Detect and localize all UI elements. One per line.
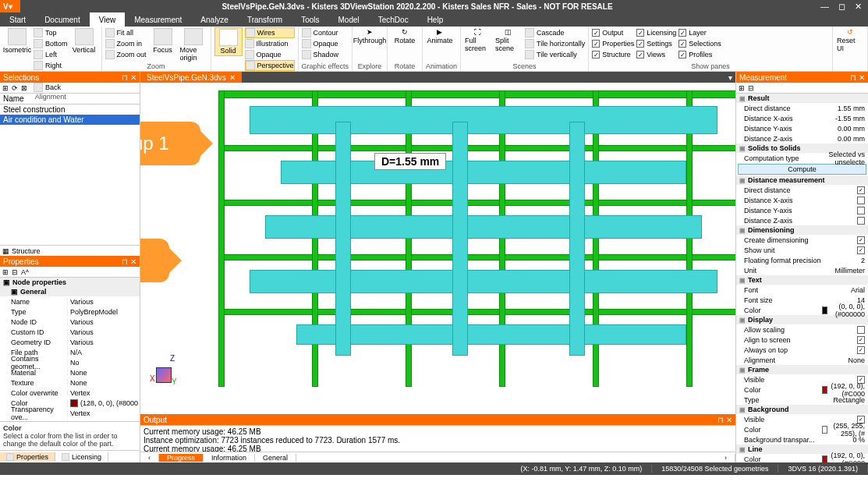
measurement-row[interactable]: Allow scaling bbox=[736, 324, 868, 335]
measurement-row[interactable]: AlignmentNone bbox=[736, 355, 868, 365]
scroll-right-icon[interactable]: › bbox=[717, 454, 735, 462]
dimension-label[interactable]: D=1.55 mm bbox=[374, 153, 446, 170]
rotate-button[interactable]: ↻Rotate bbox=[391, 27, 419, 45]
licensing-tab[interactable]: Licensing bbox=[55, 452, 108, 462]
menu-tab-model[interactable]: Model bbox=[328, 12, 368, 27]
measurement-row[interactable]: UnitMillimeter bbox=[736, 265, 868, 275]
general-tab[interactable]: General bbox=[255, 454, 296, 462]
opaque-button[interactable]: Opaque bbox=[245, 49, 295, 60]
maximize-button[interactable]: ◻ bbox=[838, 2, 845, 12]
menu-tab-tools[interactable]: Tools bbox=[292, 12, 328, 27]
measurement-row[interactable]: Show unit bbox=[736, 245, 868, 255]
information-tab[interactable]: Information bbox=[204, 454, 255, 462]
minimize-button[interactable]: — bbox=[820, 2, 829, 12]
bottom-button[interactable]: Bottom bbox=[34, 38, 68, 49]
wires-button[interactable]: Wires bbox=[245, 27, 295, 38]
expand-icon[interactable]: ⊞ bbox=[739, 84, 745, 92]
property-row[interactable]: TypePolyBrepModel bbox=[0, 307, 140, 317]
fit-all-button[interactable]: Fit all bbox=[105, 27, 147, 38]
menu-tab-techdoc[interactable]: TechDoc bbox=[369, 12, 418, 27]
pin-icon[interactable]: ⊓ bbox=[122, 257, 128, 266]
right-button[interactable]: Right bbox=[34, 60, 68, 71]
fullscreen-button[interactable]: ⛶Full screen bbox=[464, 27, 492, 53]
animate-button[interactable]: ▶Animate bbox=[426, 27, 454, 45]
property-row[interactable]: Contains geomet...No bbox=[0, 357, 140, 367]
scroll-left-icon[interactable]: ‹ bbox=[140, 454, 159, 462]
tile-horizontally-button[interactable]: Tile horizontally bbox=[525, 38, 585, 49]
app-menu-button[interactable]: V ▾ bbox=[0, 0, 20, 12]
measurement-row[interactable]: Color(0, 0, 0), (#000000 bbox=[736, 305, 868, 315]
top-button[interactable]: Top bbox=[34, 27, 68, 38]
close-button[interactable]: ✕ bbox=[855, 2, 862, 12]
property-row[interactable]: MaterialNone bbox=[0, 367, 140, 377]
pane-toggle-views[interactable]: Views bbox=[636, 49, 676, 60]
shadow-button[interactable]: Shadow bbox=[302, 49, 339, 60]
progress-tab[interactable]: Progress bbox=[159, 454, 204, 462]
reset-ui-button[interactable]: ↺Reset UI bbox=[836, 27, 864, 53]
zoom-out-button[interactable]: Zoom out bbox=[105, 49, 147, 60]
pane-toggle-profiles[interactable]: Profiles bbox=[678, 49, 721, 60]
measurement-row[interactable]: Direct distance1.55 mm bbox=[736, 103, 868, 113]
property-row[interactable]: TextureNone bbox=[0, 377, 140, 388]
move-origin-button[interactable]: Move origin bbox=[179, 27, 207, 62]
menu-tab-view[interactable]: View bbox=[90, 12, 126, 27]
property-row[interactable]: Geometry IDVarious bbox=[0, 337, 140, 347]
structure-tab[interactable]: ▦ Structure bbox=[0, 245, 140, 256]
expand-icon[interactable]: ⊞ bbox=[2, 268, 9, 276]
close-icon[interactable]: ✕ bbox=[726, 416, 732, 424]
collapse-icon[interactable]: ⊟ bbox=[12, 268, 18, 276]
measurement-row[interactable]: Distance Y-axis0.00 mm bbox=[736, 123, 868, 133]
tab-dropdown-icon[interactable]: ▾ bbox=[725, 73, 735, 82]
collapse-icon[interactable]: ⊟ bbox=[748, 84, 754, 92]
document-tab[interactable]: SteelVsPipe.GeN.3dvs✕ bbox=[140, 72, 242, 83]
delete-icon[interactable]: ⊠ bbox=[21, 84, 27, 92]
property-row[interactable]: Custom IDVarious bbox=[0, 327, 140, 337]
measurement-row[interactable]: TypeRectangle bbox=[736, 395, 868, 405]
perspective-button[interactable]: Perspective bbox=[245, 60, 295, 71]
pin-icon[interactable]: ⊓ bbox=[122, 73, 128, 82]
cascade-button[interactable]: Cascade bbox=[525, 27, 585, 38]
tile-vertically-button[interactable]: Tile vertically bbox=[525, 49, 585, 60]
pane-toggle-layer[interactable]: Layer bbox=[678, 27, 721, 38]
pane-toggle-properties[interactable]: Properties bbox=[592, 38, 634, 49]
flythrough-button[interactable]: ➤Flythrough bbox=[356, 27, 384, 45]
menu-tab-transform[interactable]: Transform bbox=[238, 12, 292, 27]
pane-toggle-licensing[interactable]: Licensing bbox=[636, 27, 676, 38]
3d-viewport[interactable]: Group 1 Group 2 D=1.55 mm ZXY bbox=[140, 83, 735, 414]
close-icon[interactable]: ✕ bbox=[130, 257, 136, 266]
properties-tab[interactable]: Properties bbox=[0, 452, 55, 462]
alpha-icon[interactable]: Aᴬ bbox=[21, 268, 29, 276]
measurement-row[interactable]: Color(192, 0, 0), (#C000 bbox=[736, 454, 868, 462]
vertical-button[interactable]: Vertical bbox=[70, 27, 98, 55]
refresh-icon[interactable]: ⟳ bbox=[12, 84, 18, 92]
selection-row[interactable]: Air condition and Water bbox=[0, 115, 140, 125]
measurement-row[interactable]: Distance Z-axis0.00 mm bbox=[736, 133, 868, 144]
measurement-row[interactable]: Computation typeSelected vs unselecte bbox=[736, 153, 868, 163]
solid-button[interactable]: Solid bbox=[214, 27, 243, 56]
focus-button[interactable]: Focus bbox=[149, 27, 177, 55]
contour-button[interactable]: Contour bbox=[302, 27, 339, 38]
pane-toggle-output[interactable]: Output bbox=[592, 27, 634, 38]
measurement-row[interactable]: Color(255, 255, 255), (# bbox=[736, 424, 868, 434]
menu-tab-analyze[interactable]: Analyze bbox=[191, 12, 238, 27]
property-row[interactable]: NameVarious bbox=[0, 296, 140, 307]
isometric-button[interactable]: Isometric bbox=[3, 27, 31, 55]
measurement-row[interactable]: Distance Y-axis bbox=[736, 205, 868, 215]
measurement-row[interactable]: Create dimensioning bbox=[736, 235, 868, 245]
measurement-row[interactable]: Distance Z-axis bbox=[736, 215, 868, 225]
measurement-row[interactable]: Distance X-axis bbox=[736, 195, 868, 205]
zoom-in-button[interactable]: Zoom in bbox=[105, 38, 147, 49]
measurement-row[interactable]: Align to screen bbox=[736, 335, 868, 345]
measurement-row[interactable]: Direct distance bbox=[736, 185, 868, 195]
left-button[interactable]: Left bbox=[34, 49, 68, 60]
measurement-row[interactable]: Color(192, 0, 0), (#C000 bbox=[736, 384, 868, 395]
menu-tab-help[interactable]: Help bbox=[418, 12, 453, 27]
pane-toggle-settings[interactable]: Settings bbox=[636, 38, 676, 49]
measurement-row[interactable]: Background transpar...0 % bbox=[736, 434, 868, 445]
selection-row[interactable]: Steel construction bbox=[0, 105, 140, 115]
property-row[interactable]: Transparency ove...Vertex bbox=[0, 408, 140, 418]
measurement-row[interactable]: FontArial bbox=[736, 285, 868, 295]
close-icon[interactable]: ✕ bbox=[859, 73, 865, 82]
close-icon[interactable]: ✕ bbox=[130, 73, 136, 82]
pin-icon[interactable]: ⊓ bbox=[717, 416, 724, 424]
